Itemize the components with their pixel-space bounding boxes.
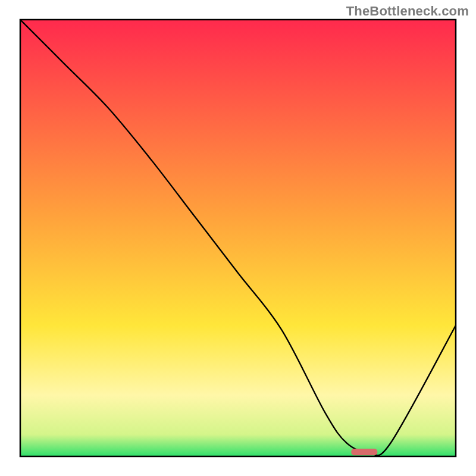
watermark-text: TheBottleneck.com bbox=[346, 4, 469, 19]
bottleneck-chart bbox=[0, 0, 476, 476]
optimal-range-marker bbox=[351, 449, 377, 455]
chart-container: TheBottleneck.com bbox=[0, 0, 476, 476]
